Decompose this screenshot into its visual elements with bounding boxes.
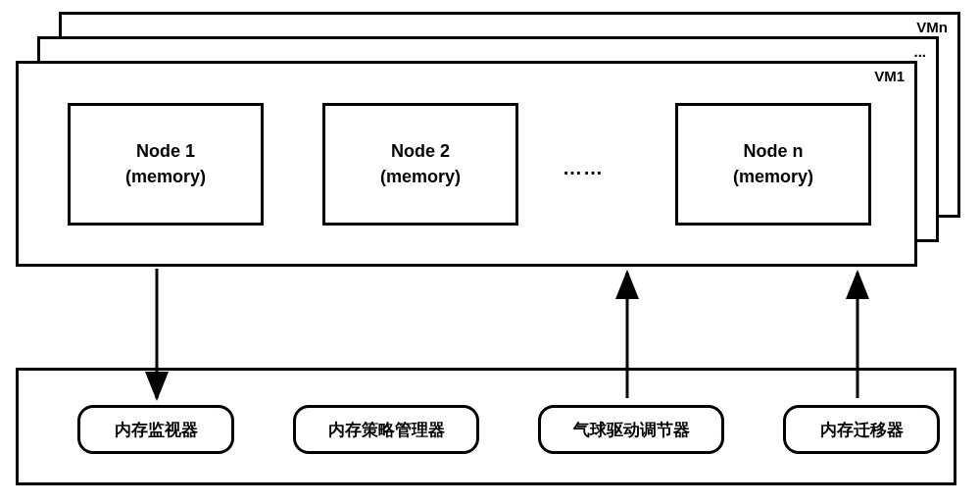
module-memory-monitor: 内存监视器 <box>77 405 234 454</box>
module-balloon-driver-regulator: 气球驱动调节器 <box>538 405 724 454</box>
vm-label-mid: ... <box>913 43 926 60</box>
node-2: Node 2 (memory) <box>322 103 518 226</box>
node-n: Node n (memory) <box>675 103 871 226</box>
diagram-canvas: VMn ... VM1 Node 1 (memory) Node 2 (memo… <box>0 0 980 504</box>
node-1-sub: (memory) <box>125 165 206 189</box>
node-n-title: Node n <box>744 139 804 164</box>
module-memory-policy-manager-label: 内存策略管理器 <box>328 419 445 441</box>
node-1: Node 1 (memory) <box>68 103 264 226</box>
node-2-title: Node 2 <box>391 139 450 164</box>
module-memory-policy-manager: 内存策略管理器 <box>293 405 479 454</box>
module-balloon-driver-regulator-label: 气球驱动调节器 <box>573 419 690 441</box>
nodes-ellipsis: …… <box>563 157 604 179</box>
vm-label-1: VM1 <box>874 68 905 84</box>
lower-panel: 内存监视器 内存策略管理器 气球驱动调节器 内存迁移器 <box>16 368 956 485</box>
module-memory-migrator: 内存迁移器 <box>783 405 940 454</box>
vm-card-front: VM1 Node 1 (memory) Node 2 (memory) …… N… <box>16 61 917 267</box>
node-2-sub: (memory) <box>380 165 461 189</box>
node-n-sub: (memory) <box>733 165 813 189</box>
vm-label-n: VMn <box>916 19 948 35</box>
node-1-title: Node 1 <box>136 139 195 164</box>
module-memory-migrator-label: 内存迁移器 <box>820 419 904 441</box>
module-memory-monitor-label: 内存监视器 <box>115 419 198 441</box>
